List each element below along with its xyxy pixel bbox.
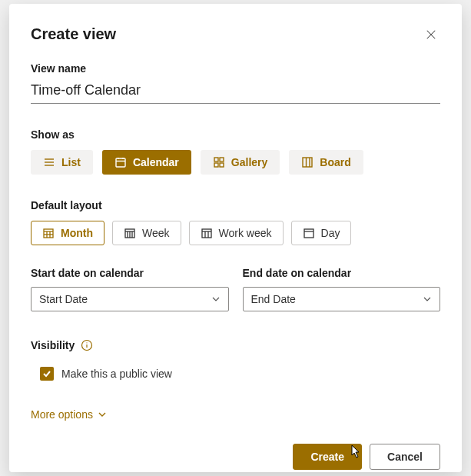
layout-day[interactable]: Day [291, 221, 352, 245]
svg-point-34 [87, 342, 88, 343]
dialog-actions: Create Cancel [31, 444, 440, 470]
date-fields: Start date on calendar Start Date End da… [31, 267, 440, 311]
svg-rect-11 [214, 163, 218, 167]
start-date-select[interactable]: Start Date [31, 287, 229, 311]
default-layout-options: Month Week Work week Day [31, 221, 440, 245]
cancel-button[interactable]: Cancel [370, 444, 440, 470]
show-as-calendar[interactable]: Calendar [102, 150, 191, 175]
layout-week-label: Week [142, 227, 170, 239]
svg-rect-30 [304, 229, 313, 238]
end-date-label: End date on calendar [243, 267, 441, 279]
month-icon [42, 227, 55, 239]
calendar-icon [114, 156, 127, 168]
check-icon [42, 369, 51, 378]
show-as-gallery[interactable]: Gallery [201, 150, 280, 175]
svg-rect-13 [303, 158, 312, 167]
start-date-col: Start date on calendar Start Date [31, 267, 229, 311]
public-view-checkbox[interactable] [40, 367, 54, 381]
public-view-label: Make this a public view [61, 368, 172, 380]
show-as-list-label: List [61, 156, 81, 168]
visibility-row: Visibility [31, 339, 440, 351]
more-options-label: More options [31, 408, 93, 421]
week-icon [124, 227, 136, 239]
svg-rect-9 [214, 158, 218, 161]
svg-rect-26 [202, 229, 211, 238]
view-name-input[interactable] [31, 79, 440, 104]
svg-rect-12 [220, 163, 224, 167]
show-as-label: Show as [31, 128, 440, 141]
show-as-options: List Calendar Gallery Board [31, 150, 440, 175]
layout-month[interactable]: Month [31, 221, 104, 245]
dialog-header: Create view [31, 25, 440, 44]
view-name-label: View name [31, 62, 440, 75]
start-date-label: Start date on calendar [31, 267, 229, 279]
end-date-col: End date on calendar End Date [243, 267, 441, 311]
dialog-title: Create view [31, 25, 116, 43]
close-button[interactable] [422, 25, 440, 44]
gallery-icon [213, 156, 225, 168]
default-layout-label: Default layout [31, 199, 440, 211]
public-view-row: Make this a public view [40, 367, 440, 381]
show-as-calendar-label: Calendar [133, 156, 179, 168]
layout-day-label: Day [321, 227, 340, 239]
chevron-down-icon [423, 295, 432, 304]
show-as-board[interactable]: Board [289, 150, 363, 175]
end-date-select[interactable]: End Date [243, 287, 441, 311]
end-date-value: End Date [251, 293, 296, 305]
info-icon[interactable] [81, 339, 93, 351]
more-options-toggle[interactable]: More options [31, 408, 440, 421]
show-as-list[interactable]: List [31, 150, 93, 175]
svg-rect-16 [44, 229, 53, 238]
close-icon [426, 29, 436, 40]
svg-rect-10 [220, 158, 224, 161]
start-date-value: Start Date [39, 293, 88, 305]
layout-workweek-label: Work week [219, 227, 272, 239]
create-button[interactable]: Create [293, 444, 362, 470]
list-icon [43, 156, 55, 168]
chevron-down-icon [98, 410, 107, 419]
visibility-label: Visibility [31, 339, 75, 351]
layout-month-label: Month [61, 227, 93, 239]
svg-rect-5 [116, 158, 125, 167]
layout-workweek[interactable]: Work week [189, 221, 284, 245]
show-as-board-label: Board [320, 156, 350, 168]
day-icon [303, 227, 315, 239]
board-icon [301, 156, 313, 168]
show-as-gallery-label: Gallery [231, 156, 267, 168]
workweek-icon [201, 227, 213, 239]
chevron-down-icon [211, 295, 221, 304]
layout-week[interactable]: Week [112, 221, 181, 245]
create-view-dialog: Create view View name Show as List Calen… [9, 4, 462, 472]
